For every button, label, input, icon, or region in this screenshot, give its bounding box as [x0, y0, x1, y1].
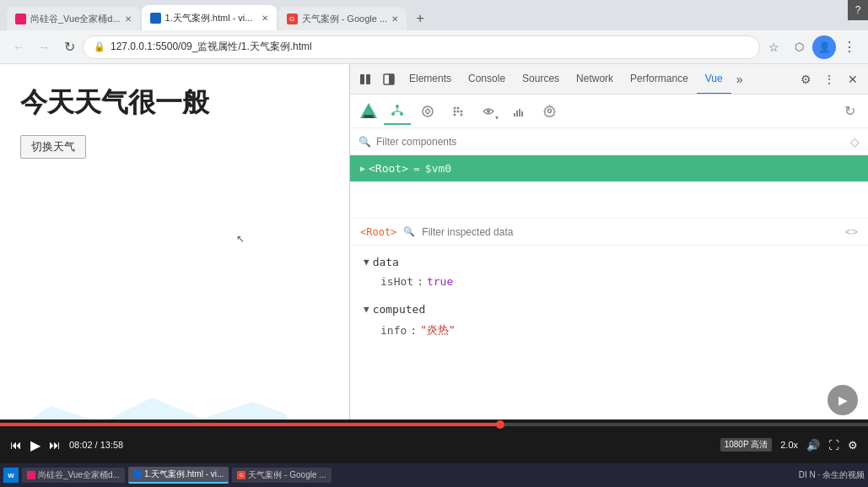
component-assign: = — [413, 162, 420, 175]
svg-point-27 — [547, 110, 551, 113]
settings-video-btn[interactable]: ⚙ — [848, 439, 858, 452]
inspect-code-icon[interactable]: <> — [845, 225, 858, 238]
forward-button[interactable]: → — [32, 35, 56, 59]
inspect-filter-input[interactable] — [422, 226, 838, 238]
address-bar[interactable]: 🔒 127.0.0.1:5500/09_监视属性/1.天气案例.html — [83, 35, 760, 59]
taskbar: W 尚硅谷_Vue全家桶d... 1.天气案例.html - vi... G 天… — [0, 463, 868, 487]
play-button[interactable]: ▶ — [30, 437, 40, 453]
help-icon: ? — [855, 4, 861, 16]
reload-icon: ↻ — [64, 39, 75, 55]
svg-point-18 — [454, 106, 456, 109]
computed-section-arrow: ▼ — [364, 304, 369, 315]
vue-performance-tool[interactable] — [505, 98, 532, 125]
tab-vue[interactable]: Vue — [697, 64, 731, 95]
vue-settings-tool[interactable] — [536, 98, 563, 125]
tab1-label: 尚硅谷_Vue全家桶d... — [30, 13, 121, 25]
profile-icon: 👤 — [818, 41, 831, 53]
fullscreen-button[interactable]: ⛶ — [828, 439, 839, 452]
taskbar-tab-2[interactable]: 1.天气案例.html - vi... — [128, 467, 229, 484]
prop-key-info: info — [380, 324, 407, 337]
svg-rect-23 — [514, 113, 515, 116]
devtools-dock-btn2[interactable] — [377, 68, 401, 91]
play-next-button[interactable]: ⏭ — [49, 438, 61, 452]
vue-refresh-btn[interactable]: ↻ — [838, 100, 861, 123]
data-section-label: data — [373, 256, 399, 268]
tab3-favicon: G — [287, 14, 298, 24]
svg-point-14 — [423, 106, 433, 116]
video-speed[interactable]: 2.0x — [780, 440, 798, 450]
vue-toolbar: ▾ ↻ — [350, 95, 868, 128]
address-text: 127.0.0.1:5500/09_监视属性/1.天气案例.html — [111, 40, 312, 54]
video-quality-badge[interactable]: 1080P 高清 — [720, 438, 773, 452]
component-filter-bar: 🔍 ◇ — [350, 128, 868, 155]
browser-toolbar: ← → ↻ 🔒 127.0.0.1:5500/09_监视属性/1.天气案例.ht… — [0, 30, 868, 64]
taskbar-tab-3[interactable]: G 天气案例 - Google ... — [232, 468, 331, 483]
menu-button[interactable]: ⋮ — [838, 35, 861, 59]
video-controls: ⏮ ▶ ⏭ 08:02 / 13:58 1080P 高清 2.0x 🔊 ⛶ ⚙ — [0, 426, 868, 463]
volume-button[interactable]: 🔊 — [806, 439, 820, 452]
taskbar-tab-1[interactable]: 尚硅谷_Vue全家桶d... — [22, 468, 125, 483]
devtools-settings-btn[interactable]: ⚙ — [794, 68, 817, 91]
devtools-dock-btn1[interactable] — [353, 68, 377, 91]
switch-weather-button[interactable]: 切换天气 — [20, 135, 86, 159]
computed-section-label: computed — [373, 303, 426, 316]
help-button[interactable]: ? — [848, 0, 868, 20]
gear-icon: ⚙ — [801, 73, 811, 86]
cursor-area: ↖ — [236, 233, 245, 245]
back-button[interactable]: ← — [7, 35, 30, 59]
component-name: Root — [375, 162, 402, 175]
component-tag-close: > — [402, 162, 408, 175]
video-progress-bar[interactable] — [0, 423, 868, 426]
prop-colon-isHot: : — [417, 275, 423, 288]
inspect-header: <Root> 🔍 <> — [350, 219, 868, 246]
svg-point-10 — [400, 112, 403, 116]
extensions-button[interactable]: ⬡ — [787, 35, 811, 59]
back-icon: ← — [13, 41, 24, 54]
tab1-favicon — [15, 14, 26, 24]
page-content: 今天天气很一般 切换天气 ↖ — [0, 64, 349, 440]
browser-tab-1[interactable]: 尚硅谷_Vue全家桶d... ✕ — [7, 7, 140, 30]
svg-point-22 — [487, 110, 490, 113]
component-item-root[interactable]: ▶ < Root > = $vm0 — [350, 155, 868, 181]
tab-console[interactable]: Console — [460, 64, 514, 95]
browser-tab-2[interactable]: 1.天气案例.html - vi... ✕ — [142, 5, 277, 30]
inspect-body: ▼ data isHot : true — [350, 246, 868, 440]
taskbar-favicon-1 — [27, 471, 35, 479]
vue-routing-tool[interactable]: ▾ — [475, 98, 502, 125]
devtools-close-btn[interactable]: ✕ — [841, 68, 865, 91]
bookmark-button[interactable]: ☆ — [762, 35, 785, 59]
component-filter-input[interactable] — [376, 136, 845, 148]
browser-tab-3[interactable]: G 天气案例 - Google ... ✕ — [278, 7, 407, 30]
tab3-close[interactable]: ✕ — [391, 14, 398, 24]
profile-button[interactable]: 👤 — [812, 35, 836, 59]
computed-section-toggle[interactable]: ▼ computed — [364, 303, 855, 316]
new-tab-button[interactable]: + — [408, 7, 432, 30]
tab1-close[interactable]: ✕ — [125, 14, 132, 24]
tab-elements[interactable]: Elements — [401, 64, 460, 95]
devtools-more-btn[interactable]: » — [731, 64, 748, 95]
tab-network[interactable]: Network — [568, 64, 622, 95]
devtools-more-options-btn[interactable]: ⋮ — [817, 68, 841, 91]
tab-performance[interactable]: Performance — [622, 64, 697, 95]
windows-logo[interactable]: W — [3, 468, 19, 483]
component-expand-icon: ▶ — [360, 164, 365, 173]
tab-bar: 尚硅谷_Vue全家桶d... ✕ 1.天气案例.html - vi... ✕ G… — [0, 0, 868, 30]
data-section-toggle[interactable]: ▼ data — [364, 256, 855, 268]
prop-row-info: info : "炎热" — [364, 321, 855, 339]
video-overlay-play[interactable]: ▶ — [828, 385, 858, 415]
page-title: 今天天气很一般 — [20, 84, 329, 122]
reload-button[interactable]: ↻ — [57, 35, 81, 59]
tab2-favicon — [150, 13, 161, 24]
prop-value-info: "炎热" — [420, 322, 456, 338]
vue-vuex-tool[interactable] — [414, 98, 441, 125]
vue-events-tool[interactable] — [445, 98, 472, 125]
tab2-close[interactable]: ✕ — [261, 14, 268, 23]
computed-section: ▼ computed info : "炎热" — [364, 303, 855, 339]
browser-chrome: 尚硅谷_Vue全家桶d... ✕ 1.天气案例.html - vi... ✕ G… — [0, 0, 868, 487]
devtools-panel: Elements Console Sources Network Perform… — [349, 64, 868, 440]
svg-point-17 — [461, 110, 463, 112]
vue-component-tool[interactable] — [384, 98, 411, 125]
tab2-label: 1.天气案例.html - vi... — [165, 12, 257, 24]
play-prev-button[interactable]: ⏮ — [10, 438, 22, 452]
tab-sources[interactable]: Sources — [514, 64, 568, 95]
